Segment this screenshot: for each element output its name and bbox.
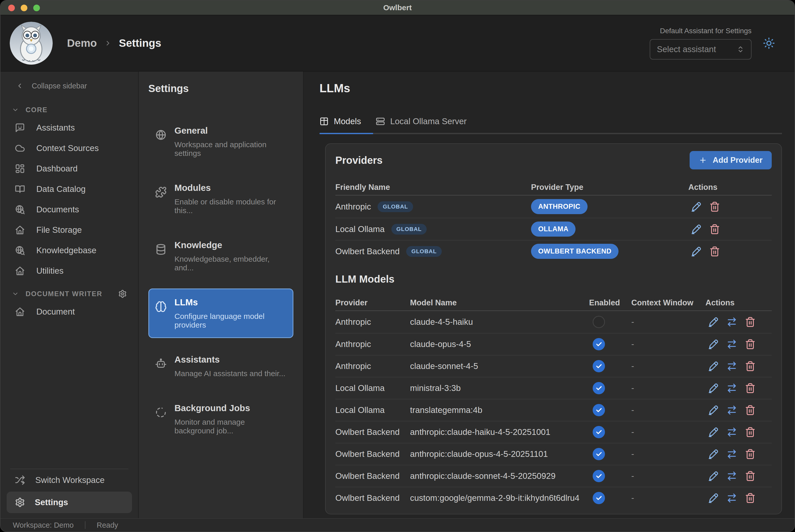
sidebar-item[interactable]: Knowledgebase xyxy=(1,240,138,261)
edit-model-button[interactable] xyxy=(708,427,719,437)
enabled-toggle[interactable] xyxy=(593,470,605,482)
sidebar-section-core[interactable]: CORE xyxy=(1,102,138,117)
delete-provider-button[interactable] xyxy=(709,224,720,234)
delete-model-button[interactable] xyxy=(745,449,756,459)
delete-model-button[interactable] xyxy=(745,471,756,481)
assistant-select[interactable]: Select assistant xyxy=(650,39,752,59)
swap-model-button[interactable] xyxy=(726,493,737,504)
settings-nav-item[interactable]: General Workspace and application settin… xyxy=(148,117,293,166)
sidebar-item[interactable]: Context Sources xyxy=(1,138,138,158)
delete-model-button[interactable] xyxy=(745,427,756,437)
edit-model-button[interactable] xyxy=(708,317,719,327)
delete-model-button[interactable] xyxy=(745,339,756,349)
model-name: claude-opus-4-5 xyxy=(410,339,589,349)
sidebar-item[interactable]: File Storage xyxy=(1,220,138,240)
edit-model-button[interactable] xyxy=(708,383,719,394)
model-name: claude-4-5-haiku xyxy=(410,317,589,327)
settings-nav-item-icon xyxy=(155,129,167,141)
enabled-toggle[interactable] xyxy=(593,338,605,350)
sidebar-item[interactable]: Utilities xyxy=(1,261,138,281)
edit-model-button[interactable] xyxy=(708,339,719,349)
delete-model-button[interactable] xyxy=(745,383,756,394)
close-window-button[interactable] xyxy=(8,5,15,11)
settings-nav-item[interactable]: Background Jobs Monitor and manage backg… xyxy=(148,394,293,444)
settings-nav-item-icon xyxy=(155,186,167,198)
enabled-toggle[interactable] xyxy=(593,360,605,372)
model-row: Owlbert Backend anthropic:claude-haiku-4… xyxy=(335,421,772,443)
swap-model-button[interactable] xyxy=(726,339,737,349)
settings-nav-item[interactable]: Knowledge Knowledgebase, embedder, and..… xyxy=(148,231,293,281)
settings-nav-item-title: LLMs xyxy=(175,297,287,307)
swap-model-button[interactable] xyxy=(726,405,737,416)
delete-model-button[interactable] xyxy=(745,317,756,327)
delete-model-button[interactable] xyxy=(745,493,756,504)
tab[interactable]: Models xyxy=(320,116,361,133)
swap-model-button[interactable] xyxy=(726,449,737,459)
swap-model-button[interactable] xyxy=(726,427,737,437)
document-writer-section-label: DOCUMENT WRITER xyxy=(25,290,102,298)
enabled-toggle[interactable] xyxy=(593,316,605,328)
enabled-toggle[interactable] xyxy=(593,492,605,504)
delete-model-button[interactable] xyxy=(745,361,756,372)
add-provider-button[interactable]: Add Provider xyxy=(690,151,772,169)
swap-model-button[interactable] xyxy=(726,317,737,327)
edit-model-button[interactable] xyxy=(708,449,719,459)
edit-provider-button[interactable] xyxy=(691,246,702,257)
delete-provider-button[interactable] xyxy=(709,201,720,212)
edit-provider-button[interactable] xyxy=(691,201,702,212)
model-provider: Anthropic xyxy=(335,361,410,371)
sidebar-settings-button[interactable]: Settings xyxy=(7,492,132,513)
page-title: LLMs xyxy=(320,81,794,95)
settings-nav-title: Settings xyxy=(139,83,303,94)
enabled-toggle[interactable] xyxy=(593,426,605,438)
settings-nav-item-description: Workspace and application settings xyxy=(175,140,287,158)
sidebar-item-icon xyxy=(15,164,25,174)
model-name: anthropic:claude-haiku-4-5-20251001 xyxy=(410,427,589,437)
providers-table-body: Anthropic GLOBAL ANTHROPIC xyxy=(335,195,772,262)
swap-model-button[interactable] xyxy=(726,361,737,372)
model-row: Local Ollama translategemma:4b - xyxy=(335,399,772,421)
tab[interactable]: Local Ollama Server xyxy=(376,116,467,133)
enabled-toggle[interactable] xyxy=(593,404,605,416)
model-provider: Local Ollama xyxy=(335,405,410,415)
model-name: anthropic:claude-opus-4-5-20251101 xyxy=(410,449,589,459)
minimize-window-button[interactable] xyxy=(21,5,28,11)
edit-model-button[interactable] xyxy=(708,471,719,481)
edit-model-button[interactable] xyxy=(708,493,719,504)
status-ready: Ready xyxy=(97,521,118,529)
settings-nav-item[interactable]: LLMs Configure language model providers xyxy=(148,288,293,338)
breadcrumb-workspace[interactable]: Demo xyxy=(67,37,97,49)
enabled-toggle[interactable] xyxy=(593,448,605,460)
enabled-toggle[interactable] xyxy=(593,382,605,394)
settings-nav-item[interactable]: Assistants Manage AI assistants and thei… xyxy=(148,346,293,386)
delete-provider-button[interactable] xyxy=(709,246,720,257)
model-provider: Anthropic xyxy=(335,339,410,349)
collapse-sidebar-button[interactable]: Collapse sidebar xyxy=(1,78,138,94)
global-badge: GLOBAL xyxy=(378,201,413,212)
context-window-value: - xyxy=(631,493,705,503)
edit-model-button[interactable] xyxy=(708,405,719,416)
theme-toggle-button[interactable] xyxy=(763,37,775,49)
sidebar-item[interactable]: Data Catalog xyxy=(1,179,138,199)
sidebar-item-label: Assistants xyxy=(36,123,75,133)
delete-model-button[interactable] xyxy=(745,405,756,416)
sidebar: Collapse sidebar CORE Assistants Context… xyxy=(1,72,139,518)
swap-model-button[interactable] xyxy=(726,471,737,481)
sidebar-item[interactable]: Documents xyxy=(1,199,138,220)
sidebar-item[interactable]: Dashboard xyxy=(1,158,138,179)
context-window-value: - xyxy=(631,361,705,371)
gear-icon[interactable] xyxy=(118,289,127,298)
edit-provider-button[interactable] xyxy=(691,224,702,234)
sidebar-item[interactable]: Assistants xyxy=(1,117,138,138)
context-window-value: - xyxy=(631,405,705,415)
zoom-window-button[interactable] xyxy=(33,5,40,11)
settings-nav: Settings General Workspace and applicati… xyxy=(139,72,304,518)
sidebar-section-document-writer[interactable]: DOCUMENT WRITER xyxy=(1,286,138,302)
settings-nav-item[interactable]: Modules Enable or disable modules for th… xyxy=(148,174,293,224)
edit-model-button[interactable] xyxy=(708,361,719,372)
breadcrumb-page: Settings xyxy=(119,37,161,49)
divider xyxy=(10,469,128,469)
swap-model-button[interactable] xyxy=(726,383,737,394)
sidebar-item[interactable]: Document xyxy=(1,302,138,322)
switch-workspace-button[interactable]: Switch Workspace xyxy=(1,470,138,490)
